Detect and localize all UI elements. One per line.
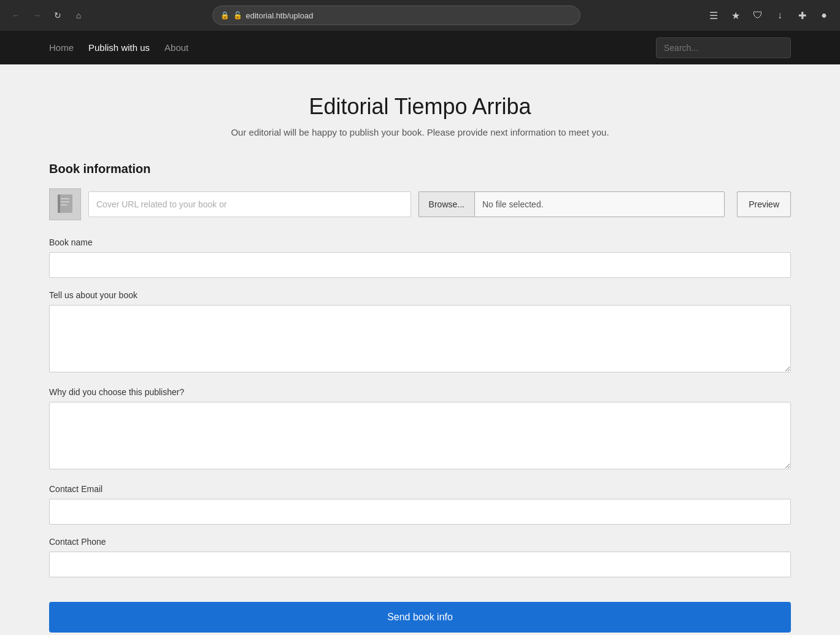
book-name-group: Book name bbox=[49, 237, 791, 278]
preview-button[interactable]: Preview bbox=[737, 191, 791, 217]
svg-rect-3 bbox=[61, 201, 69, 202]
svg-rect-1 bbox=[58, 194, 60, 213]
section-title: Book information bbox=[49, 162, 791, 176]
page-header: Editorial Tiempo Arriba Our editorial wi… bbox=[49, 94, 791, 137]
contact-email-input[interactable] bbox=[49, 499, 791, 525]
contact-phone-input[interactable] bbox=[49, 552, 791, 577]
file-name-display: No file selected. bbox=[474, 191, 725, 217]
back-button[interactable]: ← bbox=[7, 7, 25, 24]
security-icon: 🔒 bbox=[220, 11, 229, 20]
submit-button[interactable]: Send book info bbox=[49, 602, 791, 633]
extensions-button[interactable]: ✚ bbox=[793, 7, 811, 24]
contact-email-label: Contact Email bbox=[49, 484, 791, 494]
publisher-reason-label: Why did you choose this publisher? bbox=[49, 387, 791, 397]
browser-nav-buttons: ← → ↻ ⌂ bbox=[7, 7, 87, 24]
svg-rect-4 bbox=[61, 204, 67, 206]
site-navigation: Home Publish with us About bbox=[0, 31, 840, 64]
browser-actions: ☰ ★ 🛡 ↓ ✚ ● bbox=[705, 7, 833, 24]
contact-phone-label: Contact Phone bbox=[49, 537, 791, 547]
book-description-textarea[interactable] bbox=[49, 305, 791, 372]
reload-button[interactable]: ↻ bbox=[49, 7, 66, 24]
publisher-reason-textarea[interactable] bbox=[49, 402, 791, 469]
cover-row: Browse... No file selected. Preview bbox=[49, 188, 791, 220]
browser-chrome: ← → ↻ ⌂ 🔒 🔓 editorial.htb/upload ☰ ★ 🛡 ↓… bbox=[0, 0, 840, 31]
url-display: editorial.htb/upload bbox=[246, 11, 572, 20]
svg-rect-2 bbox=[61, 198, 69, 199]
book-name-label: Book name bbox=[49, 237, 791, 247]
cover-url-input[interactable] bbox=[88, 191, 411, 217]
home-button[interactable]: ⌂ bbox=[70, 7, 87, 24]
book-description-group: Tell us about your book bbox=[49, 290, 791, 375]
publisher-reason-group: Why did you choose this publisher? bbox=[49, 387, 791, 472]
shield-button[interactable]: 🛡 bbox=[749, 7, 766, 24]
address-bar-container: 🔒 🔓 editorial.htb/upload bbox=[97, 6, 695, 25]
page-subtitle: Our editorial will be happy to publish y… bbox=[49, 127, 791, 137]
profile-button[interactable]: ● bbox=[815, 7, 833, 24]
bookmark-button[interactable]: ★ bbox=[727, 7, 744, 24]
file-input-area: Browse... No file selected. bbox=[418, 191, 725, 217]
download-button[interactable]: ↓ bbox=[771, 7, 788, 24]
nav-links: Home Publish with us About bbox=[49, 42, 188, 53]
address-bar[interactable]: 🔒 🔓 editorial.htb/upload bbox=[212, 6, 580, 25]
nav-publish[interactable]: Publish with us bbox=[88, 42, 150, 53]
cover-image-icon bbox=[49, 188, 81, 220]
search-input[interactable] bbox=[656, 37, 791, 58]
contact-phone-group: Contact Phone bbox=[49, 537, 791, 577]
book-name-input[interactable] bbox=[49, 252, 791, 278]
nav-about[interactable]: About bbox=[164, 42, 188, 53]
page-title: Editorial Tiempo Arriba bbox=[49, 94, 791, 120]
browse-button[interactable]: Browse... bbox=[418, 191, 474, 217]
main-content: Editorial Tiempo Arriba Our editorial wi… bbox=[0, 64, 840, 635]
book-icon bbox=[56, 194, 74, 214]
book-description-label: Tell us about your book bbox=[49, 290, 791, 300]
forward-button[interactable]: → bbox=[28, 7, 45, 24]
contact-email-group: Contact Email bbox=[49, 484, 791, 525]
lock-icon: 🔓 bbox=[233, 11, 242, 20]
reader-mode-button[interactable]: ☰ bbox=[705, 7, 722, 24]
nav-home[interactable]: Home bbox=[49, 42, 74, 53]
